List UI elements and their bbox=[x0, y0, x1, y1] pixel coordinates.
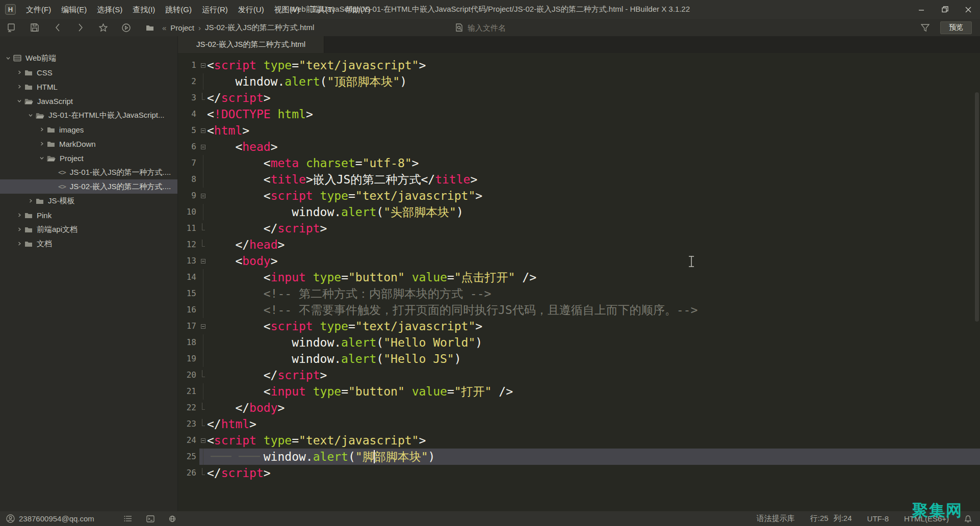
tree-item[interactable]: JS-01-在HTML中嵌入JavaScript... bbox=[0, 108, 177, 122]
tree-item[interactable]: 文档 bbox=[0, 236, 177, 251]
tree-item[interactable]: 前端api文档 bbox=[0, 222, 177, 236]
menu-help[interactable]: 帮助(Y) bbox=[340, 0, 376, 19]
syntax-lib-status[interactable]: 语法提示库 bbox=[757, 514, 795, 523]
code-line[interactable]: 8 <title>嵌入JS的第二种方式</title> bbox=[178, 171, 980, 188]
menu-find[interactable]: 查找(I) bbox=[127, 0, 160, 19]
fold-toggle-icon[interactable] bbox=[199, 432, 207, 449]
breadcrumb-folder[interactable]: Project bbox=[170, 23, 194, 32]
fold-toggle-icon[interactable] bbox=[199, 188, 207, 204]
code-line[interactable]: 12 </head> bbox=[178, 236, 980, 253]
tree-item-selected[interactable]: <>JS-02-嵌入JS的第二种方式.... bbox=[0, 179, 177, 194]
fold-toggle-icon[interactable] bbox=[199, 318, 207, 334]
code-line[interactable]: 15 <!-- 第二种方式：内部脚本块的方式 --> bbox=[178, 285, 980, 302]
code-line[interactable]: 22 </body> bbox=[178, 400, 980, 416]
breadcrumb-file[interactable]: JS-02-嵌入JS的第二种方式.html bbox=[205, 23, 314, 33]
code-line[interactable]: 3</script> bbox=[178, 90, 980, 106]
close-button[interactable] bbox=[957, 0, 980, 19]
code-line[interactable]: 14 <input type="button" value="点击打开" /> bbox=[178, 269, 980, 285]
new-file-button[interactable] bbox=[0, 19, 23, 36]
fold-toggle-icon[interactable] bbox=[199, 122, 207, 139]
menu-file[interactable]: 文件(F) bbox=[21, 0, 56, 19]
chevron-right-icon[interactable] bbox=[38, 127, 46, 132]
filter-button[interactable] bbox=[921, 24, 930, 32]
breadcrumb-collapse[interactable]: « bbox=[162, 23, 166, 32]
encoding-status[interactable]: UTF-8 bbox=[867, 514, 889, 523]
tree-item[interactable]: Pink bbox=[0, 208, 177, 222]
chevron-right-icon[interactable] bbox=[15, 213, 23, 218]
forward-button[interactable] bbox=[69, 19, 92, 36]
whitespace-tab-mark bbox=[211, 456, 231, 457]
code-line[interactable]: 13 <body> bbox=[178, 253, 980, 269]
code-line[interactable]: 10 window.alert("头部脚本块") bbox=[178, 204, 980, 220]
chevron-right-icon[interactable] bbox=[15, 241, 23, 246]
search-input[interactable] bbox=[468, 23, 585, 32]
menu-run[interactable]: 运行(R) bbox=[197, 0, 233, 19]
menu-view[interactable]: 视图(V) bbox=[269, 0, 305, 19]
save-button[interactable] bbox=[23, 19, 46, 36]
preview-button[interactable]: 预览 bbox=[940, 21, 972, 34]
chevron-down-icon[interactable] bbox=[15, 98, 23, 103]
code-line[interactable]: 26</script> bbox=[178, 465, 980, 481]
fold-toggle-icon[interactable] bbox=[199, 57, 207, 73]
code-line[interactable]: 19 window.alert("Hello JS") bbox=[178, 351, 980, 367]
code-line[interactable]: 11 </script> bbox=[178, 220, 980, 236]
fold-toggle-icon[interactable] bbox=[199, 253, 207, 269]
editor-tab-active[interactable]: JS-02-嵌入JS的第二种方式.html bbox=[178, 36, 324, 53]
tree-item[interactable]: images bbox=[0, 122, 177, 137]
line-number: 12 bbox=[178, 236, 199, 253]
code-line[interactable]: 2 window.alert("顶部脚本块") bbox=[178, 73, 980, 90]
tree-item[interactable]: JavaScript bbox=[0, 94, 177, 108]
code-line[interactable]: 20 </script> bbox=[178, 367, 980, 383]
globe-icon[interactable] bbox=[169, 515, 177, 522]
restore-button[interactable] bbox=[933, 0, 957, 19]
chevron-right-icon[interactable] bbox=[27, 198, 35, 203]
code-line[interactable]: 17 <script type="text/javascript"> bbox=[178, 318, 980, 334]
tree-item[interactable]: HTML bbox=[0, 80, 177, 94]
account-area[interactable]: 2387600954@qq.com bbox=[6, 514, 94, 523]
favorite-button[interactable] bbox=[92, 19, 115, 36]
code-line[interactable]: 18 window.alert("Hello World") bbox=[178, 334, 980, 351]
tree-item[interactable]: CSS bbox=[0, 65, 177, 80]
code-text: <input type="button" value="打开" /> bbox=[207, 383, 513, 400]
code-text: window.alert("头部脚本块") bbox=[207, 204, 463, 220]
code-line[interactable]: 1<script type="text/javascript"> bbox=[178, 57, 980, 73]
code-line[interactable]: 16 <!-- 不需要事件触发，打开页面的同时执行JS代码，且遵循自上而下的顺序… bbox=[178, 302, 980, 318]
menu-publish[interactable]: 发行(U) bbox=[233, 0, 269, 19]
fold-toggle-icon[interactable] bbox=[199, 139, 207, 155]
line-number: 22 bbox=[178, 400, 199, 416]
code-area[interactable]: 1<script type="text/javascript">2 window… bbox=[178, 53, 980, 481]
chevron-right-icon[interactable] bbox=[15, 84, 23, 89]
code-line[interactable]: 23</html> bbox=[178, 416, 980, 432]
code-line[interactable]: 7 <meta charset="utf-8"> bbox=[178, 155, 980, 171]
run-button[interactable] bbox=[115, 19, 138, 36]
tree-item[interactable]: MarkDown bbox=[0, 137, 177, 151]
code-line-current[interactable]: 25window.alert("脚部脚本块") bbox=[178, 449, 980, 465]
minimize-button[interactable] bbox=[910, 0, 933, 19]
code-line[interactable]: 9 <script type="text/javascript"> bbox=[178, 188, 980, 204]
tree-item[interactable]: Web前端 bbox=[0, 51, 177, 65]
chevron-right-icon[interactable] bbox=[15, 227, 23, 232]
chevron-right-icon[interactable] bbox=[15, 70, 23, 75]
code-line[interactable]: 6 <head> bbox=[178, 139, 980, 155]
bell-icon[interactable] bbox=[964, 515, 972, 523]
code-line[interactable]: 5<html> bbox=[178, 122, 980, 139]
code-line[interactable]: 4<!DOCTYPE html> bbox=[178, 106, 980, 122]
back-button[interactable] bbox=[46, 19, 69, 36]
chevron-down-icon[interactable] bbox=[27, 113, 35, 118]
code-line[interactable]: 21 <input type="button" value="打开" /> bbox=[178, 383, 980, 400]
menu-goto[interactable]: 跳转(G) bbox=[160, 0, 197, 19]
tree-item[interactable]: <>JS-01-嵌入JS的第一种方式.... bbox=[0, 165, 177, 179]
menu-select[interactable]: 选择(S) bbox=[92, 0, 127, 19]
chevron-right-icon[interactable] bbox=[38, 141, 46, 146]
extensions-icon[interactable] bbox=[124, 515, 132, 522]
menu-tools[interactable]: 工具(T) bbox=[305, 0, 340, 19]
chevron-down-icon[interactable] bbox=[4, 56, 12, 61]
tree-item[interactable]: Project bbox=[0, 151, 177, 165]
code-line[interactable]: 24<script type="text/javascript"> bbox=[178, 432, 980, 449]
vertical-scrollbar[interactable] bbox=[975, 92, 979, 322]
chevron-down-icon[interactable] bbox=[38, 155, 46, 161]
menu-edit[interactable]: 编辑(E) bbox=[56, 0, 92, 19]
terminal-icon[interactable] bbox=[146, 515, 154, 522]
line-col-status[interactable]: 行:25列:24 bbox=[810, 514, 852, 523]
tree-item[interactable]: JS-模板 bbox=[0, 194, 177, 208]
